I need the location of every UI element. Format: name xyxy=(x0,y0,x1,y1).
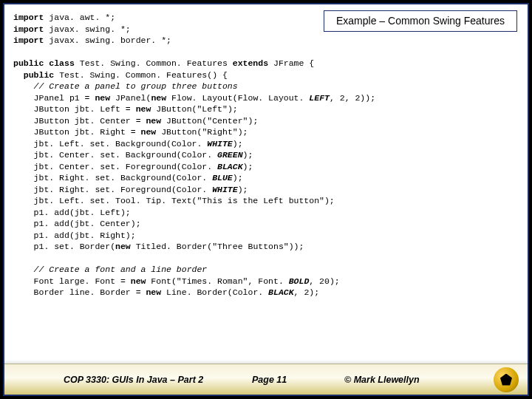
const-white: WHITE xyxy=(212,185,238,194)
const-bold: BOLD xyxy=(289,276,310,286)
content-area: Example – Common Swing Features import j… xyxy=(4,4,528,364)
code-text: Font("Times. Roman", Font. xyxy=(146,276,288,286)
code-text: java. awt. *; xyxy=(44,13,115,22)
code-text: JButton("Left"); xyxy=(151,104,237,114)
code-text: p1. add(jbt. Left); xyxy=(34,208,131,217)
code-text: Titled. Border("Three Buttons")); xyxy=(131,242,304,251)
const-black: BLACK xyxy=(268,287,294,297)
code-text: jbt. Center. set. Foreground(Color. xyxy=(34,162,217,171)
code-text: ); xyxy=(233,139,243,149)
kw-new: new xyxy=(146,287,161,297)
kw-new: new xyxy=(136,104,151,114)
kw-new: new xyxy=(141,127,157,137)
code-text: ); xyxy=(238,185,248,194)
code-text: , 2); xyxy=(294,287,320,297)
kw-import: import xyxy=(13,35,44,45)
kw-import: import xyxy=(13,13,44,22)
code-text: JButton jbt. Center = xyxy=(34,116,146,126)
code-text: javax. swing. *; xyxy=(44,24,130,34)
code-text: jbt. Left. set. Background(Color. xyxy=(34,139,208,149)
comment: // Create a font and a line border xyxy=(34,265,208,274)
code-text: jbt. Center. set. Background(Color. xyxy=(34,150,217,160)
code-text: p1. set. Border( xyxy=(34,242,115,251)
code-text: , 20); xyxy=(309,276,339,286)
code-text: javax. swing. border. *; xyxy=(44,35,171,45)
slide: Example – Common Swing Features import j… xyxy=(3,3,529,396)
code-text: JPanel( xyxy=(110,93,151,103)
footer-course: COP 3330: GUIs In Java – Part 2 xyxy=(64,375,203,385)
code-text: Font large. Font = xyxy=(34,276,131,286)
const-left: LEFT xyxy=(309,93,330,103)
code-text: Flow. Layout(Flow. Layout. xyxy=(166,93,309,103)
pegasus-icon xyxy=(500,374,512,386)
kw-new: new xyxy=(146,116,161,126)
code-text: ); xyxy=(243,150,253,160)
code-text: Test. Swing. Common. Features() { xyxy=(54,70,228,80)
code-text: JPanel p1 = xyxy=(34,93,95,103)
footer: COP 3330: GUIs In Java – Part 2 Page 11 … xyxy=(4,364,528,395)
kw-new: new xyxy=(115,242,131,251)
code-text: JFrame { xyxy=(268,58,314,68)
kw-public-class: public class xyxy=(13,58,75,68)
code-text: Test. Swing. Common. Features xyxy=(75,58,233,68)
kw-new: new xyxy=(151,93,166,103)
const-black: BLACK xyxy=(217,162,243,171)
code-text: JButton jbt. Right = xyxy=(34,127,141,137)
code-text: Line. Border(Color. xyxy=(161,287,268,297)
code-text: jbt. Right. set. Background(Color. xyxy=(34,173,213,183)
comment: // Create a panel to group three buttons xyxy=(34,81,238,91)
code-text: p1. add(jbt. Center); xyxy=(34,219,141,228)
kw-import: import xyxy=(13,24,44,34)
example-title: Example – Common Swing Features xyxy=(324,10,517,32)
code-text: , 2, 2)); xyxy=(330,93,375,103)
kw-new: new xyxy=(95,93,110,103)
footer-page: Page 11 xyxy=(252,375,287,385)
code-text: ); xyxy=(233,173,243,183)
kw-public: public xyxy=(24,70,54,80)
code-text: Border line. Border = xyxy=(34,287,146,297)
code-text: p1. add(jbt. Right); xyxy=(34,231,136,240)
code-text: JButton jbt. Left = xyxy=(34,104,136,114)
code-text: jbt. Right. set. Foreground(Color. xyxy=(34,185,213,194)
kw-new: new xyxy=(131,276,146,286)
code-text: JButton("Center"); xyxy=(161,116,258,126)
const-white: WHITE xyxy=(207,139,233,149)
const-blue: BLUE xyxy=(212,173,233,183)
footer-author: © Mark Llewellyn xyxy=(344,375,420,385)
kw-extends: extends xyxy=(233,58,268,68)
code-text: JButton("Right"); xyxy=(156,127,248,137)
code-text: ); xyxy=(243,162,253,171)
code-block: import java. awt. *; import javax. swing… xyxy=(13,12,519,299)
code-text: jbt. Left. set. Tool. Tip. Text("This is… xyxy=(34,196,335,205)
const-green: GREEN xyxy=(217,150,243,160)
ucf-logo-icon xyxy=(494,367,519,392)
